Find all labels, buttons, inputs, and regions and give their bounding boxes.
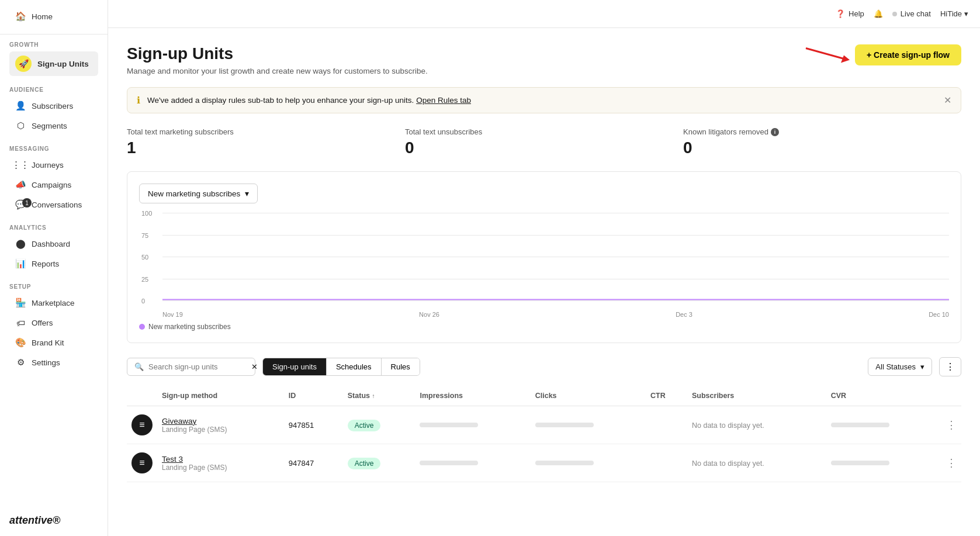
arrow-annotation: [800, 43, 853, 68]
analytics-section-label: ANALYTICS: [9, 224, 98, 231]
cvr-bar-1: [831, 461, 889, 465]
dropdown-chevron-icon: ▾: [245, 189, 249, 198]
stat-label-unsubscribes: Total text unsubscribes: [405, 127, 664, 136]
impressions-bar-0: [420, 423, 478, 427]
chart-metric-dropdown[interactable]: New marketing subscribes ▾: [139, 184, 258, 203]
offers-icon: 🏷: [15, 317, 26, 328]
sidebar-item-offers[interactable]: 🏷 Offers: [9, 313, 98, 332]
conversations-badge: 1: [22, 198, 32, 208]
help-button[interactable]: ❓ Help: [836, 9, 864, 18]
sidebar: 🏠 Home GROWTH 🚀 Sign-up Units AUDIENCE 👤…: [0, 0, 108, 536]
col-subscribers: Subscribers: [687, 386, 826, 406]
row-icon-0: ≡: [131, 414, 153, 435]
notifications-button[interactable]: 🔔: [874, 9, 883, 18]
stats-row: Total text marketing subscribers 1 Total…: [127, 127, 961, 157]
sidebar-item-signup-units[interactable]: 🚀 Sign-up Units: [9, 51, 98, 76]
row-name-link-0[interactable]: Giveaway: [162, 417, 196, 426]
open-rules-tab-link[interactable]: Open Rules tab: [416, 96, 471, 105]
status-filter-dropdown[interactable]: All Statuses ▾: [868, 358, 932, 376]
row-id-1: 947847: [284, 444, 343, 482]
live-chat-button[interactable]: Live chat: [892, 9, 931, 18]
impressions-bar-1: [420, 461, 478, 465]
sidebar-item-marketplace[interactable]: 🏪 Marketplace: [9, 293, 98, 312]
row-status-1: Active: [348, 458, 381, 469]
marketplace-icon: 🏪: [15, 298, 26, 308]
sidebar-journeys-label: Journeys: [32, 161, 64, 170]
sidebar-item-reports[interactable]: 📊 Reports: [9, 254, 98, 273]
x-label-nov26: Nov 26: [419, 311, 439, 318]
sidebar-segments-label: Segments: [32, 122, 67, 130]
search-box[interactable]: 🔍 ✕: [127, 358, 255, 376]
x-label-dec10: Dec 10: [929, 311, 949, 318]
stat-label-litigators: Known litigators removed i: [683, 127, 943, 136]
sidebar-brand-kit-label: Brand Kit: [32, 338, 64, 347]
audience-section-label: AUDIENCE: [9, 87, 98, 93]
user-menu[interactable]: HiTide ▾: [940, 9, 968, 18]
row-more-button-0[interactable]: ⋮: [946, 419, 957, 431]
live-status-dot: [892, 12, 897, 16]
segments-icon: ⬡: [15, 120, 26, 131]
sort-icon-status[interactable]: ↑: [372, 393, 375, 399]
row-name-1: Test 3: [162, 455, 279, 464]
table-more-options-button[interactable]: ⋮: [939, 357, 961, 376]
legend-dot: [139, 324, 145, 330]
create-btn-wrapper: + Create sign-up flow: [855, 44, 961, 65]
svg-line-0: [806, 49, 844, 59]
sidebar-item-home[interactable]: 🏠 Home: [9, 7, 98, 26]
litigators-info-icon: i: [771, 128, 779, 136]
table-controls: 🔍 ✕ Sign-up units Schedules Rules All St…: [127, 357, 961, 376]
create-signup-flow-button[interactable]: + Create sign-up flow: [855, 44, 961, 65]
main-area: ❓ Help 🔔 Live chat HiTide ▾ Sign-up Unit…: [108, 0, 980, 536]
tab-rules[interactable]: Rules: [382, 358, 420, 375]
col-icon: [127, 386, 157, 406]
stat-total-subscribers: Total text marketing subscribers 1: [127, 127, 405, 157]
clear-search-icon[interactable]: ✕: [251, 362, 258, 371]
stat-known-litigators: Known litigators removed i 0: [683, 127, 961, 157]
sidebar-item-settings[interactable]: ⚙ Settings: [9, 353, 98, 372]
tab-schedules[interactable]: Schedules: [327, 358, 382, 375]
chart-section: New marketing subscribes ▾ 100 75 50 25 …: [127, 171, 961, 343]
home-icon: 🏠: [15, 11, 26, 22]
sidebar-item-conversations[interactable]: 💬 1 Conversations: [9, 195, 98, 214]
search-input[interactable]: [148, 362, 247, 371]
sidebar-item-campaigns[interactable]: 📣 Campaigns: [9, 175, 98, 194]
chevron-down-icon: ▾: [964, 9, 968, 18]
sidebar-item-subscribers[interactable]: 👤 Subscribers: [9, 96, 98, 115]
col-status: Status ↑: [343, 386, 415, 406]
sidebar-item-brand-kit[interactable]: 🎨 Brand Kit: [9, 333, 98, 352]
page-header: Sign-up Units Manage and monitor your li…: [127, 44, 961, 75]
x-label-nov19: Nov 19: [162, 311, 183, 318]
page-title: Sign-up Units: [127, 44, 428, 63]
help-label: Help: [849, 9, 864, 18]
signup-units-table: Sign-up method ID Status ↑ Impressions C…: [127, 386, 961, 482]
sidebar-item-journeys[interactable]: ⋮⋮ Journeys: [9, 155, 98, 174]
sidebar-item-segments[interactable]: ⬡ Segments: [9, 116, 98, 135]
attentive-logo: attentive®: [0, 505, 108, 536]
row-type-0: Landing Page (SMS): [162, 426, 279, 434]
growth-section-label: GROWTH: [9, 42, 98, 48]
sidebar-campaigns-label: Campaigns: [32, 181, 71, 189]
tab-signup-units[interactable]: Sign-up units: [263, 358, 327, 375]
table-row: ≡ Test 3 Landing Page (SMS) 947847 Activ…: [127, 444, 961, 482]
row-name-link-1[interactable]: Test 3: [162, 455, 183, 464]
page-content: Sign-up Units Manage and monitor your li…: [108, 28, 980, 536]
stat-value-unsubscribes: 0: [405, 139, 664, 157]
sidebar-item-dashboard[interactable]: ⬤ Dashboard: [9, 234, 98, 253]
y-label-0: 0: [141, 298, 145, 305]
chart-metric-label: New marketing subscribes: [148, 189, 240, 198]
banner-close-button[interactable]: ✕: [944, 95, 951, 106]
no-data-0: No data to display yet.: [692, 421, 764, 430]
sidebar-dashboard-label: Dashboard: [32, 240, 70, 248]
row-icon-1: ≡: [131, 452, 153, 473]
row-more-button-1[interactable]: ⋮: [946, 457, 957, 469]
row-id-0: 947851: [284, 406, 343, 444]
live-chat-label: Live chat: [901, 9, 931, 18]
chart-area: 100 75 50 25 0 Nov 19 Nov 26 Dec 3: [139, 213, 949, 318]
col-id: ID: [284, 386, 343, 406]
sidebar-subscribers-label: Subscribers: [32, 102, 73, 110]
sidebar-signup-units-label: Sign-up Units: [37, 60, 89, 68]
top-navigation: ❓ Help 🔔 Live chat HiTide ▾: [108, 0, 980, 28]
sidebar-conversations-label: Conversations: [32, 200, 82, 209]
y-label-75: 75: [141, 232, 148, 239]
row-status-0: Active: [348, 420, 381, 431]
